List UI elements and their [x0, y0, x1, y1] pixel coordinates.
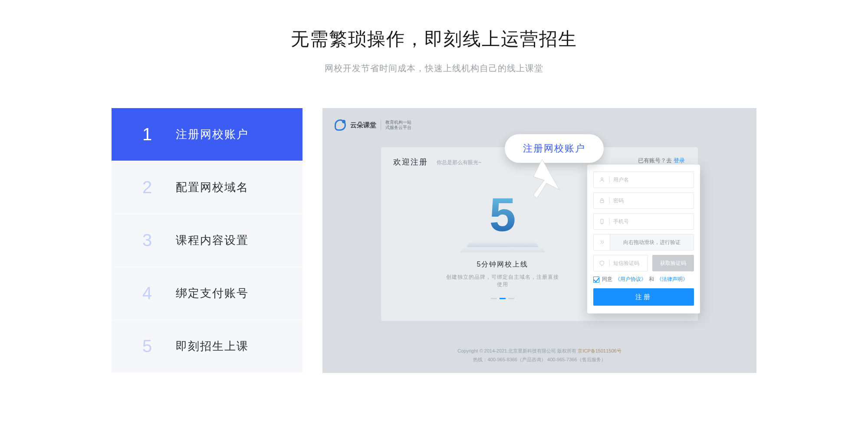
password-placeholder: 密码 — [613, 197, 624, 204]
illustration: 5 5分钟网校上线 创建独立的品牌，可绑定自主域名，注册直接使用 — [446, 191, 559, 299]
step-label: 注册网校账户 — [176, 127, 249, 142]
divider — [609, 260, 610, 267]
logo-subtext-2: 式服务云平台 — [385, 125, 411, 130]
checkbox-checked-icon[interactable] — [593, 277, 599, 283]
phone-icon — [598, 218, 606, 225]
phone-placeholder: 手机号 — [613, 218, 629, 225]
divider — [609, 176, 610, 183]
username-field[interactable]: 用户名 — [593, 171, 694, 188]
preview-footer: Copyright © 2014-2021.北京昱新科技有限公司 版权所有 京I… — [322, 347, 756, 364]
agree-row[interactable]: 同意 《用户协议》 和 《法律声明》 — [593, 276, 694, 283]
divider — [609, 197, 610, 204]
illus-sub: 创建独立的品牌，可绑定自主域名，注册直接使用 — [446, 274, 559, 288]
steps-list: 1注册网校账户2配置网校域名3课程内容设置4绑定支付账号5即刻招生上课 — [112, 108, 302, 373]
dot-active[interactable] — [500, 298, 506, 299]
step-number: 5 — [133, 336, 161, 356]
page-title: 无需繁琐操作，即刻线上运营招生 — [0, 27, 868, 51]
step-label: 绑定支付账号 — [176, 286, 249, 301]
step-label: 配置网校域名 — [176, 180, 249, 195]
step-item-4[interactable]: 4绑定支付账号 — [112, 267, 302, 320]
icp-link[interactable]: 京ICP备15011506号 — [578, 348, 621, 353]
register-form: 用户名 密码 手机号 向右拖动滑块，进行验证 — [587, 165, 700, 313]
step-number: 2 — [133, 178, 161, 197]
username-placeholder: 用户名 — [613, 176, 629, 184]
legal-link[interactable]: 《法律声明》 — [657, 276, 688, 283]
platform-shape — [467, 243, 539, 247]
step-number: 4 — [133, 284, 161, 303]
logo-text: 云朵课堂 — [350, 121, 376, 129]
divider — [381, 120, 381, 130]
slider-text: 向右拖动滑块，进行验证 — [610, 239, 694, 246]
password-field[interactable]: 密码 — [593, 192, 694, 209]
svg-marker-4 — [533, 159, 559, 198]
get-code-button[interactable]: 获取验证码 — [652, 255, 694, 271]
welcome-subtitle: 你总是那么有眼光~ — [437, 159, 481, 166]
svg-rect-1 — [600, 200, 604, 202]
dot[interactable] — [508, 298, 514, 299]
step-number: 1 — [133, 125, 161, 144]
have-account-text: 已有账号？去 — [638, 157, 674, 164]
preview-logo: 云朵课堂 教育机构一站 式服务云平台 — [335, 119, 411, 131]
sms-placeholder: 短信验证码 — [613, 260, 639, 267]
preview-panel: 云朵课堂 教育机构一站 式服务云平台 欢迎注册 你总是那么有眼光~ 已有账号？去… — [322, 108, 756, 373]
welcome-title: 欢迎注册 — [393, 157, 428, 167]
user-icon — [598, 176, 606, 184]
slider-handle-icon[interactable] — [594, 234, 610, 250]
platform-shape — [460, 248, 545, 252]
slider-captcha[interactable]: 向右拖动滑块，进行验证 — [593, 234, 694, 251]
step-label: 即刻招生上课 — [176, 339, 249, 354]
dot[interactable] — [491, 298, 497, 299]
step-item-2[interactable]: 2配置网校域名 — [112, 161, 302, 214]
sms-code-field[interactable]: 短信验证码 — [593, 255, 648, 271]
tooltip-bubble: 注册网校账户 — [505, 134, 604, 163]
step-label: 课程内容设置 — [176, 233, 249, 248]
user-agreement-link[interactable]: 《用户协议》 — [615, 276, 646, 283]
lock-icon — [598, 197, 606, 204]
have-account: 已有账号？去 登录 — [638, 157, 685, 165]
carousel-dots[interactable] — [446, 298, 559, 299]
cloud-logo-icon — [335, 119, 346, 131]
logo-subtext-1: 教育机构一站 — [385, 120, 411, 125]
register-button[interactable]: 注册 — [593, 288, 694, 306]
copyright-text: Copyright © 2014-2021.北京昱新科技有限公司 版权所有 — [457, 348, 578, 353]
step-item-3[interactable]: 3课程内容设置 — [112, 214, 302, 267]
agree-and: 和 — [649, 276, 654, 283]
step-number: 3 — [133, 231, 161, 250]
hotline-text: 热线：400-965-8366（产品咨询） 400-965-7366（售后服务） — [322, 356, 756, 364]
page-subtitle: 网校开发节省时间成本，快速上线机构自己的线上课堂 — [0, 63, 868, 74]
shield-icon — [598, 259, 606, 267]
agree-prefix: 同意 — [602, 276, 612, 283]
step-item-1[interactable]: 1注册网校账户 — [112, 108, 302, 161]
phone-field[interactable]: 手机号 — [593, 213, 694, 230]
svg-point-0 — [601, 178, 603, 180]
logo-subtext: 教育机构一站 式服务云平台 — [385, 120, 411, 130]
step-item-5[interactable]: 5即刻招生上课 — [112, 320, 302, 373]
login-link[interactable]: 登录 — [674, 157, 685, 164]
illus-title: 5分钟网校上线 — [446, 260, 559, 269]
divider — [609, 218, 610, 225]
